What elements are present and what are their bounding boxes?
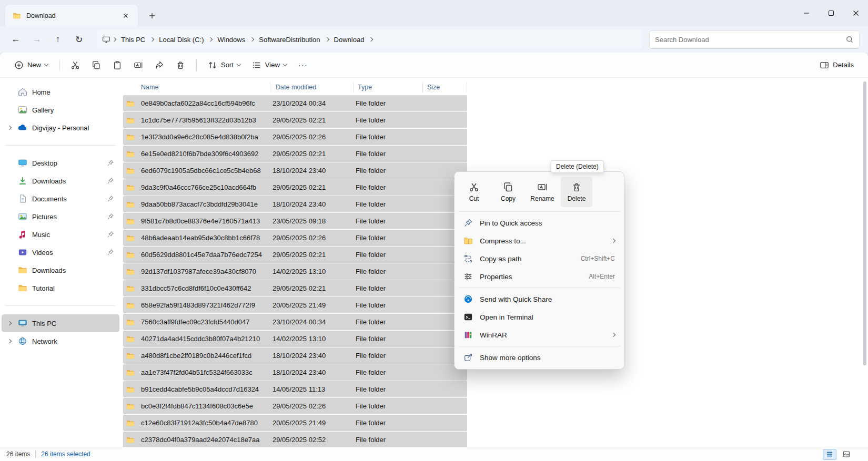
sidebar-item-label: Downloads (32, 267, 66, 274)
menu-item-open-in-terminal[interactable]: Open in Terminal (457, 308, 621, 326)
sort-button[interactable]: Sort (203, 56, 245, 75)
expand-chevron-icon[interactable] (7, 126, 12, 130)
file-row[interactable]: aa1e73f47f2fd04b51fc5324f663033c 18/10/2… (123, 364, 467, 381)
file-date-modified: 18/10/2024 23:40 (272, 200, 356, 208)
context-delete-button[interactable]: Delete (561, 177, 592, 207)
share-button[interactable] (150, 56, 169, 75)
file-name: 60d5629dd8801c45e7daa7b76edc7254 (141, 251, 272, 259)
close-window-button[interactable] (843, 0, 868, 26)
file-explorer-window: Download (0, 0, 868, 461)
delete-button[interactable] (171, 56, 190, 75)
minimize-button[interactable] (794, 0, 819, 26)
file-row[interactable]: a480d8f1cbe2ff0189c0b2446cef1fcd 18/10/2… (123, 347, 467, 364)
menu-item-show-more-options[interactable]: Show more options (457, 349, 621, 366)
copy-button[interactable] (87, 56, 106, 75)
file-row[interactable]: c12e60c83f71912a3fc50b4a47de8780 20/05/2… (123, 415, 467, 431)
sidebar-item-home[interactable]: Home (2, 83, 119, 101)
sidebar-item-pictures[interactable]: Pictures (2, 208, 119, 226)
sidebar-item-desktop[interactable]: Desktop (2, 154, 119, 172)
sidebar-item-this-pc[interactable]: This PC (2, 314, 119, 332)
sidebar-item-downloads-folder[interactable]: Downloads (2, 261, 119, 279)
more-options-button[interactable]: ··· (294, 56, 312, 75)
rename-button[interactable] (129, 56, 148, 75)
file-row[interactable]: 60d5629dd8801c45e7daa7b76edc7254 29/05/2… (123, 247, 467, 263)
file-row[interactable]: 331dbcc57c6cd8fdf6f10c0e430ff642 29/05/2… (123, 280, 467, 296)
back-button[interactable]: ← (5, 30, 26, 49)
details-pane-button[interactable]: Details (815, 56, 859, 75)
sidebar-item-documents[interactable]: Documents (2, 190, 119, 208)
file-name: aa1e73f47f2fd04b51fc5324f663033c (141, 368, 272, 376)
file-row[interactable]: 6ed6079c1905a5dbc66c1ce5c5b4eb68 18/10/2… (123, 162, 467, 179)
file-row[interactable]: 6e15e0ed8210f6b7bde309f6c4903692 29/05/2… (123, 146, 467, 162)
breadcrumb-local-disk-c[interactable]: Local Disk (C:) (156, 33, 207, 46)
menu-item-copy-as-path[interactable]: Copy as path Ctrl+Shift+C (457, 250, 621, 268)
details-view-toggle[interactable] (823, 449, 836, 460)
file-row[interactable]: 92d137df1037987afece39a430cf8070 14/02/2… (123, 263, 467, 280)
forward-button[interactable]: → (26, 30, 47, 49)
cut-button[interactable] (66, 56, 85, 75)
menu-item-properties[interactable]: Properties Alt+Enter (457, 268, 621, 285)
sidebar-item-videos[interactable]: Videos (2, 243, 119, 261)
column-header-date-modified[interactable]: Date modified (270, 82, 354, 93)
thumbnail-view-toggle[interactable] (840, 449, 853, 460)
column-header-type[interactable]: Type (354, 82, 423, 93)
file-row[interactable]: 48b6adeaab14eab95de30c8bb1c66f78 29/05/2… (123, 230, 467, 246)
file-row[interactable]: 0e849b0acfa6022a84cc16cf594b96fc 23/10/2… (123, 95, 467, 111)
sidebar-item-tutorial[interactable]: Tutorial (2, 279, 119, 297)
chevron-down-icon (44, 62, 48, 66)
refresh-button[interactable]: ↻ (68, 30, 89, 49)
new-button-label: New (27, 61, 41, 69)
menu-item-winrar[interactable]: WinRAR (457, 326, 621, 344)
file-row[interactable]: c2378dc04f0a379aad24e2074c18e7aa 29/05/2… (123, 432, 467, 447)
file-row[interactable]: b91cedd4cabfe5b9c05a4dccd7d16324 14/05/2… (123, 381, 467, 397)
file-row[interactable]: 1c1dc75e7773f595613ff322d03512b3 29/05/2… (123, 112, 467, 128)
file-name: bc0e3f2f4fdb847c1134f608c03c6e5e (141, 402, 272, 410)
search-box[interactable] (649, 30, 860, 49)
context-rename-button[interactable]: Rename (527, 177, 558, 207)
expand-chevron-icon[interactable] (7, 321, 12, 325)
sidebar-item-label: Tutorial (32, 284, 55, 292)
up-button[interactable]: ↑ (47, 30, 68, 49)
file-row[interactable]: bc0e3f2f4fdb847c1134f608c03c6e5e 29/05/2… (123, 398, 467, 414)
file-row[interactable]: 7560c3aff9fdfec09c23fcfd5440d047 23/10/2… (123, 314, 467, 330)
menu-item-send-with-quick-share[interactable]: Send with Quick Share (457, 290, 621, 308)
gallery-icon (18, 105, 27, 115)
file-row[interactable]: 9da3c9f0a46ccc766ce25c10acd664fb 29/05/2… (123, 179, 467, 196)
file-row[interactable]: 40271da4ad415cddc3b80f07a4b21210 14/02/2… (123, 331, 467, 347)
context-rename-label: Rename (530, 195, 554, 202)
file-row[interactable]: 658e92fa59f1483d897321f462d772f9 20/05/2… (123, 297, 467, 313)
items-count: 26 items (6, 450, 30, 458)
column-header-size[interactable]: Size (423, 82, 467, 93)
file-name: 6e15e0ed8210f6b7bde309f6c4903692 (141, 150, 272, 158)
menu-item-compress-to[interactable]: Compress to... (457, 232, 621, 250)
column-header-name[interactable]: Name (123, 82, 270, 93)
explorer-tab[interactable]: Download (5, 5, 138, 26)
maximize-button[interactable] (819, 0, 843, 26)
menu-item-pin-to-quick-access[interactable]: Pin to Quick access (457, 214, 621, 232)
new-tab-button[interactable] (144, 8, 160, 23)
view-button[interactable]: View (247, 56, 291, 75)
sidebar-item-network[interactable]: Network (2, 332, 119, 350)
pin-icon (107, 249, 114, 256)
file-row[interactable]: 1e3f23dd0a9e6c28c085e4d838b0f2ba 29/05/2… (123, 129, 467, 145)
file-row[interactable]: 9daa50bb873acacf7c3bddfd29b3041e 18/10/2… (123, 196, 467, 212)
sidebar-item-gallery[interactable]: Gallery (2, 101, 119, 119)
scrollbar-thumb[interactable] (863, 81, 866, 365)
sidebar-item-onedrive-personal[interactable]: Digvijay - Personal (2, 119, 119, 137)
new-button[interactable]: New (9, 56, 53, 75)
sidebar-item-downloads-pinned[interactable]: Downloads (2, 172, 119, 190)
paste-button[interactable] (108, 56, 127, 75)
breadcrumb-windows[interactable]: Windows (214, 33, 248, 46)
context-copy-button[interactable]: Copy (492, 177, 524, 207)
search-input[interactable] (655, 36, 845, 44)
breadcrumb-download[interactable]: Download (331, 33, 368, 46)
breadcrumb-softwaredistribution[interactable]: SoftwareDistribution (256, 33, 323, 46)
sidebar-item-music[interactable]: Music (2, 226, 119, 243)
expand-chevron-icon[interactable] (7, 339, 12, 343)
vertical-scrollbar[interactable] (863, 81, 866, 445)
close-tab-button[interactable] (119, 9, 133, 23)
context-cut-button[interactable]: Cut (458, 177, 490, 207)
file-row[interactable]: 9f581c7b8d0ce88376e4e7160571a413 23/05/2… (123, 213, 467, 229)
file-name: a480d8f1cbe2ff0189c0b2446cef1fcd (141, 352, 272, 360)
breadcrumb-this-pc[interactable]: This PC (118, 33, 148, 46)
